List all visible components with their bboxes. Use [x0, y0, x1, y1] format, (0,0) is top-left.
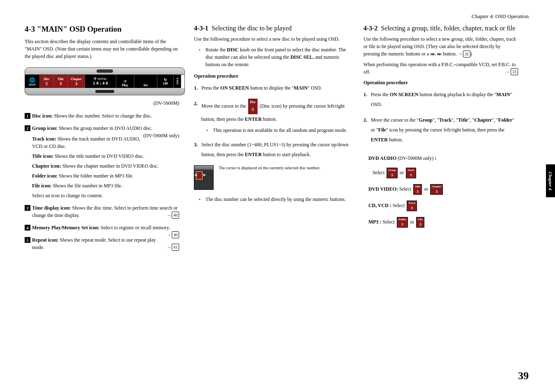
callout-5-icon: 5	[25, 237, 30, 243]
side-tab: Chapter 4	[546, 164, 555, 197]
item-4-body: Select to register or recall memory.	[99, 225, 170, 231]
callout-1-icon: 1	[25, 113, 30, 119]
osd-title-value: 3	[60, 81, 62, 86]
track-chip2-icon: Track3	[407, 201, 417, 211]
sub431-step2: 2. Move the cursor to the Disc5 (Disc ic…	[194, 99, 348, 134]
item-2-lead: Group icon:	[32, 125, 58, 131]
item-2-body: Shows the group number in DVD AUDIO disc…	[58, 125, 152, 131]
item-1-body: Shows the disc number. Select to change …	[53, 113, 152, 119]
osd-globe-icon: 🌐	[29, 77, 35, 83]
callout-2-icon: 2	[25, 125, 30, 131]
item-2-sub4-lead: File icon:	[32, 183, 52, 189]
sub431-intro: Use the following procedure to select a …	[194, 35, 348, 43]
sub431-rotate-bullet: Rotate the DISC knob on the front panel …	[194, 46, 348, 68]
repeat-icon: ↻	[164, 78, 167, 82]
item-1-lead: Disc icon:	[32, 113, 53, 119]
item-2-note: (DV-5900M only)	[143, 132, 179, 139]
clock-icon: ⏱	[94, 77, 97, 81]
item-2-sub4-body: Shows the file number in MP3 file.	[52, 183, 122, 189]
item-2-sub2-lead: Chapter icon:	[32, 163, 61, 169]
sub431-final-bullet: The disc number can be selected directly…	[194, 196, 348, 203]
sub432-step1: 1. Press the ON SCREEN button during pla…	[364, 90, 518, 109]
thumbnail-caption: The cursor is displayed on the currently…	[219, 165, 348, 171]
sub432-op-head: Operation procedure	[364, 79, 518, 86]
item-3-pageref: 40	[167, 212, 179, 219]
osd-title-label: Title	[58, 77, 64, 81]
callout-4-icon: 4	[25, 225, 30, 231]
thumbnail-row: ◀ ▶ The cursor is displayed on the curre…	[194, 165, 348, 190]
item-4: 4 Memory Play/Memory Set icon: Select to…	[25, 224, 179, 231]
folder-chip-icon: Folder3	[397, 217, 408, 228]
chapter-header: Chapter 4: OSD Operation	[472, 13, 529, 20]
sub432-note: When performing this operation with a P.…	[364, 61, 518, 76]
group-chip-icon: Group3	[387, 168, 398, 178]
osd-chapter-value: 3	[75, 81, 78, 86]
item-4-lead: Memory Play/Memory Set icon:	[32, 225, 99, 231]
page-number: 39	[518, 370, 529, 382]
arrow-left-icon: ◀	[194, 173, 197, 177]
file-chip-icon: File3	[416, 217, 424, 228]
mp3-line: MP3 : Select Folder3 or File3	[368, 217, 518, 228]
hand-icon: ☞	[124, 79, 127, 83]
content: 4-3 "MAIN" OSD Operation This section de…	[25, 25, 518, 256]
callout-3-icon: 3	[25, 205, 30, 211]
osd-play-label: Play	[122, 83, 128, 87]
sub431-step3: 3. Select the disc number (1~400, PLUS1~…	[194, 140, 348, 159]
sub432-step2: 2. Move the cursor to the "Group", "Trac…	[364, 115, 518, 145]
item-2-sub0-lead: Track icon:	[32, 136, 56, 142]
item-2-sub1-body: Shows the title number in DVD VIDEO disc…	[53, 153, 144, 159]
sub432-intro: Use the following procedure to select a …	[364, 35, 518, 58]
item-2-sub3-body: Shows the folder number in MP3 file.	[58, 173, 134, 179]
osd-time-value: 2 8 : 4 0	[93, 81, 108, 85]
item-1: 1 Disc icon: Shows the disc number. Sele…	[25, 112, 179, 120]
osd-exit-label: EXIT	[176, 78, 179, 85]
track-chip-icon: Track3	[406, 168, 416, 178]
item-2-sub3-lead: Folder icon:	[32, 173, 58, 179]
osd-main-label: MAIN	[29, 83, 36, 86]
sub432-note-pageref: 33	[506, 68, 518, 75]
sub-431-heading: 4-3-1 Selecting the disc to be played	[194, 25, 348, 32]
item-5-lead: Repeat icon:	[32, 237, 58, 243]
format-select-block: DVD AUDIO (DV-5900M only) : Select Group…	[368, 154, 518, 228]
chapter-chip-icon: Chapter3	[430, 184, 443, 195]
sub431-step1: 1. Press the ON SCREEN button to display…	[194, 83, 348, 93]
dvdv-line: DVD VIDEO: Select Title3 or Chapter3	[368, 184, 518, 195]
item-2: 2 Group icon: Shows the group number in …	[25, 125, 179, 199]
osd-thumbnail: ◀ ▶	[194, 165, 214, 190]
item-5-pageref: 41	[167, 244, 179, 251]
osd-set-label: Set	[143, 83, 148, 87]
section-heading: 4-3 "MAIN" OSD Operation	[25, 25, 179, 34]
disc-chip-icon: Disc5	[248, 99, 258, 114]
title-chip-icon: Title3	[413, 184, 422, 195]
sub431-op-head: Operation procedure	[194, 72, 348, 80]
item-3-lead: Time display icon:	[32, 205, 71, 211]
sub431-step2-bullet: This operation is not available in the a…	[201, 127, 348, 134]
column-2: 4-3-1 Selecting the disc to be played Us…	[194, 25, 348, 256]
osd-disc-value: 5	[46, 81, 48, 86]
main-osd-graphic: 🌐 MAIN Disc 5 Title 3 Chapter 3 ⏱ TOTAL	[25, 67, 185, 99]
osd-off-label: Off	[163, 82, 168, 85]
item-2-tail: Select an icon to change its content.	[32, 192, 179, 199]
item-5: 5 Repeat icon: Shows the repeat mode. Se…	[25, 236, 179, 251]
item-3: 3 Time display icon: Shows the disc time…	[25, 204, 179, 219]
section-intro: This section describes the display conte…	[25, 38, 179, 60]
cdvcd-line: CD, VCD : Select Track3	[368, 201, 518, 211]
dvda-line: DVD AUDIO (DV-5900M only) :	[368, 154, 518, 162]
item-2-sub2-body: Shows the chapter number in DVD VIDEO di…	[61, 163, 159, 169]
sub-432-heading: 4-3-2 Selecting a group, title, folder, …	[364, 25, 518, 32]
osd-total-label: TOTAL	[97, 77, 107, 81]
column-3: 4-3-2 Selecting a group, title, folder, …	[364, 25, 518, 256]
item-2-sub1-lead: Title icon:	[32, 153, 53, 159]
osd-disc-label: Disc	[44, 77, 50, 81]
dvda-select: Select Group3 or Track3	[373, 168, 518, 178]
skip-buttons-icon: ⏮, ⏭	[430, 51, 442, 56]
model-note: (DV-5900M)	[25, 100, 179, 106]
column-1: 4-3 "MAIN" OSD Operation This section de…	[25, 25, 179, 256]
osd-chapter-label: Chapter	[71, 77, 82, 81]
arrow-right-icon: ▶	[203, 173, 206, 177]
